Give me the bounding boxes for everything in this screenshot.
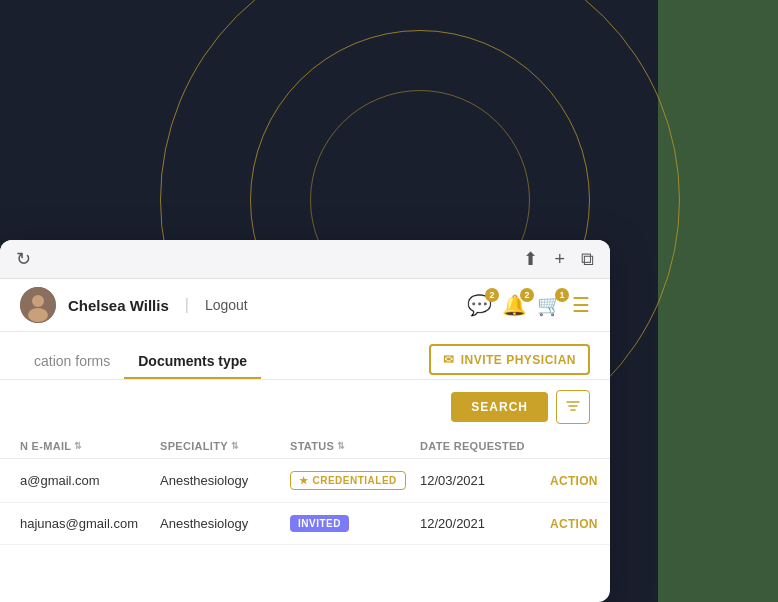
share-icon[interactable]: ⬆: [523, 248, 538, 270]
refresh-icon[interactable]: ↻: [16, 248, 31, 270]
cell-date-2: 12/20/2021: [420, 516, 550, 531]
cell-email-2: hajunas@gmail.com: [20, 516, 160, 531]
cell-status-2: INVITED: [290, 515, 420, 532]
browser-toolbar: ↻ ⬆ + ⧉: [0, 240, 610, 279]
table-row: a@gmail.com Anesthesiology ★ CREDENTIALE…: [0, 459, 610, 503]
bell-badge: 2: [520, 288, 534, 302]
search-row: SEARCH: [0, 380, 610, 434]
sort-arrow-status: ⇅: [337, 441, 345, 451]
svg-point-1: [32, 295, 44, 307]
menu-icon: ☰: [572, 293, 590, 317]
nav-tabs: cation forms Documents type ✉ INVITE PHY…: [0, 332, 610, 380]
star-icon: ★: [299, 475, 309, 486]
sort-arrow-speciality: ⇅: [231, 441, 239, 451]
browser-card: ↻ ⬆ + ⧉ Chelsea Willis | Logout 💬 2 🔔: [0, 240, 610, 602]
invite-physician-button[interactable]: ✉ INVITE PHYSICIAN: [429, 344, 590, 375]
table-row: hajunas@gmail.com Anesthesiology INVITED…: [0, 503, 610, 545]
separator: |: [185, 296, 189, 314]
green-panel: [658, 0, 778, 602]
cell-speciality-2: Anesthesiology: [160, 516, 290, 531]
col-header-email: N E-MAIL ⇅: [20, 440, 160, 452]
svg-point-2: [28, 308, 48, 322]
cell-speciality-1: Anesthesiology: [160, 473, 290, 488]
status-badge-invited: INVITED: [290, 515, 349, 532]
add-icon[interactable]: +: [554, 249, 565, 270]
header-icons: 💬 2 🔔 2 🛒 1 ☰: [467, 293, 590, 317]
bell-icon-btn[interactable]: 🔔 2: [502, 293, 527, 317]
header-row: Chelsea Willis | Logout 💬 2 🔔 2 🛒 1 ☰: [0, 279, 610, 332]
chat-icon-btn[interactable]: 💬 2: [467, 293, 492, 317]
action-link-1[interactable]: ACTION: [550, 474, 598, 488]
col-header-date: DATE REQUESTED: [420, 440, 550, 452]
invite-envelope-icon: ✉: [443, 352, 455, 367]
cart-icon-btn[interactable]: 🛒 1: [537, 293, 562, 317]
copy-icon[interactable]: ⧉: [581, 249, 594, 270]
cell-action-2[interactable]: ACTION: [550, 516, 610, 531]
cell-date-1: 12/03/2021: [420, 473, 550, 488]
sort-arrow-email: ⇅: [74, 441, 82, 451]
col-header-action: [550, 440, 610, 452]
col-header-status: STATUS ⇅: [290, 440, 420, 452]
chat-badge: 2: [485, 288, 499, 302]
tab-application[interactable]: cation forms: [20, 345, 124, 379]
search-button[interactable]: SEARCH: [451, 392, 548, 422]
tab-documents[interactable]: Documents type: [124, 345, 261, 379]
filter-icon: [566, 399, 580, 416]
action-link-2[interactable]: ACTION: [550, 517, 598, 531]
logout-link[interactable]: Logout: [205, 297, 248, 313]
menu-icon-btn[interactable]: ☰: [572, 293, 590, 317]
invite-button-label: INVITE PHYSICIAN: [461, 353, 576, 367]
table-header: N E-MAIL ⇅ SPECIALITY ⇅ STATUS ⇅ DATE RE…: [0, 434, 610, 459]
cart-badge: 1: [555, 288, 569, 302]
user-name: Chelsea Willis: [68, 297, 169, 314]
avatar: [20, 287, 56, 323]
filter-button[interactable]: [556, 390, 590, 424]
col-header-speciality: SPECIALITY ⇅: [160, 440, 290, 452]
cell-status-1: ★ CREDENTIALED: [290, 471, 420, 490]
cell-email-1: a@gmail.com: [20, 473, 160, 488]
status-badge-credentialed: ★ CREDENTIALED: [290, 471, 406, 490]
cell-action-1[interactable]: ACTION: [550, 473, 610, 488]
